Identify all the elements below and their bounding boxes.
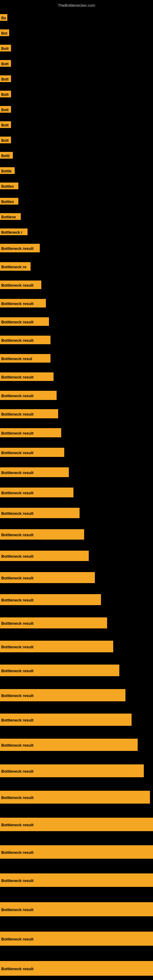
bar-extension-31 — [40, 529, 84, 539]
bar-extension-32 — [40, 550, 89, 561]
bar-extension-24 — [40, 391, 57, 400]
bar-label-46: Bottleneck result — [0, 902, 40, 916]
bar-item-31: Bottleneck result — [0, 529, 84, 539]
bar-label-8: Bott — [0, 121, 11, 128]
bar-extension-37 — [40, 665, 120, 676]
bar-item-42: Bottleneck result — [0, 791, 150, 803]
bar-label-16: Bottleneck result — [0, 244, 40, 252]
bar-extension-40 — [40, 739, 138, 751]
bar-label-18: Bottleneck result — [0, 280, 40, 289]
bar-label-20: Bottleneck result — [0, 317, 40, 326]
bar-label-19: Bottleneck result — [0, 299, 40, 307]
bar-label-21: Bottleneck result — [0, 336, 40, 344]
bar-label-4: Bott — [0, 60, 11, 67]
bar-label-47: Bottleneck result — [0, 932, 40, 946]
bar-extension-19 — [40, 299, 46, 307]
bar-item-13: Bottlen — [0, 198, 18, 205]
bar-item-47: Bottleneck result — [0, 932, 153, 946]
bar-item-26: Bottleneck result — [0, 428, 61, 438]
bar-item-46: Bottleneck result — [0, 902, 153, 916]
bar-item-40: Bottleneck result — [0, 739, 138, 751]
bar-label-10: Bottl — [0, 152, 13, 159]
bar-item-41: Bottleneck result — [0, 764, 144, 777]
bar-label-9: Bott — [0, 137, 11, 143]
bar-extension-25 — [40, 409, 58, 418]
bar-label-38: Bottleneck result — [0, 689, 40, 701]
bar-item-16: Bottleneck result — [0, 244, 40, 252]
bar-item-43: Bottleneck result — [0, 818, 153, 831]
bar-extension-28 — [40, 467, 69, 477]
bar-extension-33 — [40, 572, 95, 583]
bar-item-34: Bottleneck result — [0, 594, 101, 605]
bar-label-36: Bottleneck result — [0, 641, 40, 652]
bar-item-29: Bottleneck result — [0, 488, 73, 497]
bar-item-15: Bottleneck r — [0, 229, 27, 235]
bar-item-18: Bottleneck result — [0, 280, 41, 289]
bar-extension-29 — [40, 488, 73, 497]
bar-label-12: Bottlen — [0, 183, 18, 189]
bar-item-17: Bottleneck re — [0, 262, 30, 271]
bar-label-26: Bottleneck result — [0, 428, 40, 438]
bar-item-12: Bottlen — [0, 183, 18, 189]
bar-extension-21 — [40, 336, 51, 344]
bar-item-37: Bottleneck result — [0, 665, 120, 676]
bar-label-35: Bottleneck result — [0, 617, 40, 628]
bar-item-25: Bottleneck result — [0, 409, 58, 418]
bar-item-36: Bottleneck result — [0, 641, 113, 652]
bar-item-22: Bottleneck resul — [0, 354, 51, 363]
bar-item-1: Bo — [0, 14, 7, 21]
bar-extension-42 — [40, 791, 150, 803]
bar-item-35: Bottleneck result — [0, 617, 107, 628]
bar-item-44: Bottleneck result — [0, 845, 153, 859]
bar-label-41: Bottleneck result — [0, 764, 40, 777]
bar-item-5: Bott — [0, 75, 11, 82]
bar-label-22: Bottleneck resul — [0, 354, 38, 363]
bar-item-14: Bottlene — [0, 213, 21, 220]
bar-extension-18 — [40, 280, 41, 289]
bar-item-30: Bottleneck result — [0, 508, 80, 518]
bar-label-14: Bottlene — [0, 213, 21, 220]
bar-label-25: Bottleneck result — [0, 409, 40, 418]
chart-container: BoBotBottBottBottBottBottBottBottBottlBo… — [0, 9, 153, 980]
bar-label-34: Bottleneck result — [0, 594, 40, 605]
bar-item-21: Bottleneck result — [0, 336, 51, 344]
site-title: TheBottlenecker.com — [0, 1, 153, 10]
bar-extension-20 — [40, 317, 49, 326]
bar-item-27: Bottleneck result — [0, 448, 64, 457]
bar-item-19: Bottleneck result — [0, 299, 46, 307]
bar-label-42: Bottleneck result — [0, 791, 40, 803]
bar-item-28: Bottleneck result — [0, 467, 69, 477]
bar-label-30: Bottleneck result — [0, 508, 40, 518]
bar-label-40: Bottleneck result — [0, 739, 40, 751]
bar-extension-48 — [40, 961, 153, 976]
bar-label-11: Bottle — [0, 167, 15, 174]
bar-item-4: Bott — [0, 60, 11, 67]
bar-label-45: Bottleneck result — [0, 873, 40, 887]
bar-item-3: Bott — [0, 45, 11, 51]
bar-label-2: Bot — [0, 29, 9, 36]
bar-label-27: Bottleneck result — [0, 448, 40, 457]
bar-label-33: Bottleneck result — [0, 572, 40, 583]
bar-label-15: Bottleneck r — [0, 229, 27, 235]
bar-item-10: Bottl — [0, 152, 13, 159]
bar-item-39: Bottleneck result — [0, 714, 132, 726]
bar-item-20: Bottleneck result — [0, 317, 49, 326]
bar-label-1: Bo — [0, 14, 7, 21]
bar-extension-27 — [40, 448, 64, 457]
bar-extension-44 — [40, 845, 153, 859]
bar-label-31: Bottleneck result — [0, 529, 40, 539]
bar-label-24: Bottleneck result — [0, 391, 40, 400]
bar-item-9: Bott — [0, 137, 11, 143]
bar-extension-35 — [40, 617, 107, 628]
bar-item-23: Bottleneck result — [0, 372, 54, 381]
bar-item-6: Bott — [0, 91, 11, 97]
bar-label-44: Bottleneck result — [0, 845, 40, 859]
bar-label-43: Bottleneck result — [0, 818, 40, 831]
bar-label-48: Bottleneck result — [0, 961, 40, 976]
bar-label-6: Bott — [0, 91, 11, 97]
bar-item-45: Bottleneck result — [0, 873, 153, 887]
bar-label-29: Bottleneck result — [0, 488, 40, 497]
bar-label-7: Bott — [0, 106, 11, 113]
bar-item-38: Bottleneck result — [0, 689, 126, 701]
bar-extension-34 — [40, 594, 101, 605]
